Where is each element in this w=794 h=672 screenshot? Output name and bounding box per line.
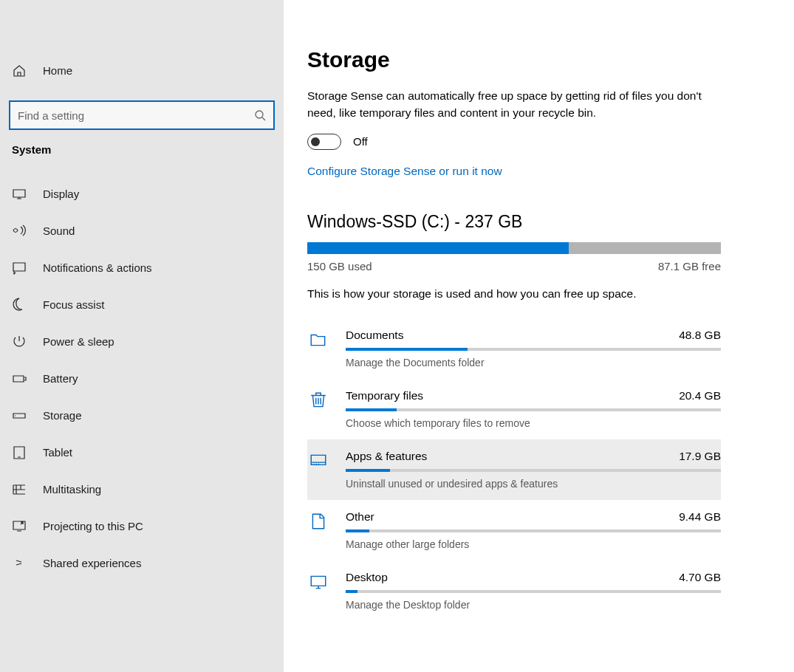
sidebar-item-label: Shared experiences bbox=[43, 557, 141, 569]
temp-icon bbox=[307, 389, 329, 411]
power-sleep-icon bbox=[12, 334, 27, 349]
tablet-icon bbox=[12, 445, 27, 459]
sidebar-item-label: Focus assist bbox=[43, 298, 104, 311]
category-name: Apps & features bbox=[346, 450, 427, 463]
category-bar bbox=[346, 408, 721, 411]
sidebar-item-notifications[interactable]: Notifications & actions bbox=[0, 249, 284, 286]
drive-title: Windows-SSD (C:) - 237 GB bbox=[307, 212, 770, 232]
sidebar-item-label: Battery bbox=[43, 372, 78, 385]
svg-point-1 bbox=[256, 111, 263, 118]
category-sub: Manage other large folders bbox=[346, 538, 721, 550]
sidebar-item-display[interactable]: Display bbox=[0, 175, 284, 212]
sidebar-item-shared-exp[interactable]: Shared experiences bbox=[0, 544, 284, 581]
category-name: Desktop bbox=[346, 571, 388, 584]
sidebar-nav-list: DisplaySoundNotifications & actionsFocus… bbox=[0, 175, 284, 581]
category-list: Documents48.8 GBManage the Documents fol… bbox=[307, 318, 721, 621]
content-pane: Storage Storage Sense can automatically … bbox=[284, 0, 794, 672]
category-size: 17.9 GB bbox=[679, 450, 721, 463]
sidebar-item-label: Display bbox=[43, 188, 79, 200]
apps-icon bbox=[307, 450, 329, 472]
battery-icon bbox=[12, 371, 27, 385]
category-name: Documents bbox=[346, 329, 403, 342]
category-sub: Uninstall unused or undesired apps & fea… bbox=[346, 478, 721, 490]
drive-usage-labels: 150 GB used 87.1 GB free bbox=[307, 260, 721, 272]
drive-usage-bar bbox=[307, 242, 721, 254]
search-icon bbox=[254, 109, 266, 121]
shared-exp-icon bbox=[12, 555, 27, 570]
drive-free-label: 87.1 GB free bbox=[658, 260, 721, 272]
sidebar-item-label: Power & sleep bbox=[43, 335, 114, 348]
category-bar bbox=[346, 469, 721, 472]
sidebar-item-label: Multitasking bbox=[43, 483, 101, 496]
multitasking-icon bbox=[12, 481, 27, 496]
sidebar-item-multitasking[interactable]: Multitasking bbox=[0, 470, 284, 507]
category-bar bbox=[346, 348, 721, 351]
sidebar: Home System DisplaySoundNotifications & … bbox=[0, 0, 284, 672]
display-icon bbox=[12, 186, 27, 201]
sidebar-item-sound[interactable]: Sound bbox=[0, 212, 284, 249]
notifications-icon bbox=[12, 260, 27, 275]
category-sub: Manage the Documents folder bbox=[346, 357, 721, 368]
sound-icon bbox=[12, 223, 27, 238]
storage-sense-description: Storage Sense can automatically free up … bbox=[307, 87, 721, 122]
sidebar-item-battery[interactable]: Battery bbox=[0, 360, 284, 397]
storage-sense-toggle-label: Off bbox=[353, 135, 368, 148]
documents-icon bbox=[307, 329, 329, 351]
storage-icon bbox=[12, 408, 27, 422]
search-box[interactable] bbox=[9, 100, 275, 130]
category-temp[interactable]: Temporary files20.4 GBChoose which tempo… bbox=[307, 379, 721, 439]
category-size: 9.44 GB bbox=[679, 510, 721, 524]
home-label: Home bbox=[43, 64, 72, 77]
sidebar-item-tablet[interactable]: Tablet bbox=[0, 433, 284, 470]
configure-storage-sense-link[interactable]: Configure Storage Sense or run it now bbox=[307, 165, 502, 178]
sidebar-item-label: Notifications & actions bbox=[43, 261, 152, 274]
category-sub: Manage the Desktop folder bbox=[346, 599, 721, 611]
sidebar-section-label: System bbox=[0, 143, 284, 165]
category-bar bbox=[346, 529, 721, 532]
category-name: Other bbox=[346, 510, 374, 524]
page-title: Storage bbox=[307, 47, 770, 72]
category-bar bbox=[346, 590, 721, 593]
category-size: 4.70 GB bbox=[679, 571, 721, 584]
category-documents[interactable]: Documents48.8 GBManage the Documents fol… bbox=[307, 318, 721, 379]
sidebar-item-storage[interactable]: Storage bbox=[0, 397, 284, 433]
sidebar-item-focus-assist[interactable]: Focus assist bbox=[0, 286, 284, 323]
projecting-icon bbox=[12, 518, 27, 533]
category-sub: Choose which temporary files to remove bbox=[346, 417, 721, 429]
storage-sense-toggle[interactable] bbox=[307, 134, 341, 150]
storage-sense-toggle-row: Off bbox=[307, 134, 770, 150]
search-input[interactable] bbox=[10, 102, 273, 128]
focus-assist-icon bbox=[12, 297, 27, 312]
sidebar-item-projecting[interactable]: Projecting to this PC bbox=[0, 507, 284, 544]
category-size: 48.8 GB bbox=[679, 329, 721, 342]
sidebar-item-label: Storage bbox=[43, 409, 82, 422]
category-size: 20.4 GB bbox=[679, 389, 721, 402]
sidebar-item-label: Tablet bbox=[43, 446, 72, 459]
sidebar-item-label: Projecting to this PC bbox=[43, 520, 143, 532]
home-icon bbox=[12, 63, 27, 78]
sidebar-home[interactable]: Home bbox=[0, 52, 284, 89]
usage-description: This is how your storage is used and how… bbox=[307, 287, 770, 301]
sidebar-item-power-sleep[interactable]: Power & sleep bbox=[0, 323, 284, 360]
category-other[interactable]: Other9.44 GBManage other large folders bbox=[307, 500, 721, 560]
category-apps[interactable]: Apps & features17.9 GBUninstall unused o… bbox=[307, 439, 721, 500]
category-name: Temporary files bbox=[346, 389, 423, 402]
sidebar-item-label: Sound bbox=[43, 224, 75, 237]
desktop-icon bbox=[307, 571, 329, 593]
drive-used-label: 150 GB used bbox=[307, 260, 372, 272]
category-desktop[interactable]: Desktop4.70 GBManage the Desktop folder bbox=[307, 560, 721, 621]
other-icon bbox=[307, 510, 329, 532]
